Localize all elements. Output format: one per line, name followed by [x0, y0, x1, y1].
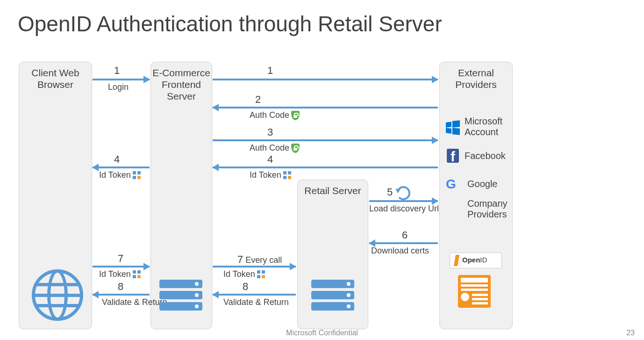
arrow-1b	[213, 79, 438, 80]
arrow-3-num: 3	[267, 126, 273, 138]
arrow-5-num: 5	[387, 186, 393, 198]
arrow-5	[369, 200, 438, 202]
slide: OpenID Authentication through Retail Ser…	[0, 0, 644, 340]
arrow-1a	[93, 79, 150, 80]
facebook-icon: f	[447, 149, 459, 163]
openid-icon: OpenID	[450, 253, 502, 268]
arrow-4a-num: 4	[114, 153, 120, 166]
arrow-7b-num: 7 Every call	[237, 253, 282, 266]
arrow-6-label: Download certs	[371, 246, 429, 256]
shield-icon	[291, 111, 300, 120]
arrow-4b	[213, 166, 438, 168]
box-ecommerce-label: E-Commerce Frontend Server	[151, 67, 212, 102]
footer-page-number: 23	[626, 329, 635, 337]
globe-icon	[32, 269, 83, 321]
arrow-4a	[93, 166, 150, 168]
footer-center: Microsoft Confidential	[0, 329, 644, 337]
arrow-4a-label: Id Token	[99, 170, 141, 180]
arrow-3	[213, 139, 438, 141]
server-stack-icon	[311, 280, 354, 313]
tiles-icon	[133, 270, 141, 279]
provider-ms: Microsoft Account	[465, 116, 511, 137]
provider-gg: Google	[467, 179, 498, 189]
identity-card-icon	[458, 275, 491, 308]
arrow-8a-label: Validate & Return	[102, 297, 153, 307]
arrow-4b-label: Id Token	[250, 170, 292, 180]
arrow-7a-label: Id Token	[99, 269, 141, 279]
arrow-7b-label: Id Token	[223, 269, 265, 279]
arrow-7a-num: 7	[118, 253, 123, 265]
box-client-label: Client Web Browser	[19, 67, 92, 90]
arrow-8b	[213, 294, 296, 296]
google-icon: G	[446, 178, 459, 191]
arrow-7a	[93, 266, 150, 268]
refresh-icon	[396, 186, 410, 200]
arrow-1a-label: Login	[108, 82, 129, 92]
provider-fb: Facebook	[465, 151, 506, 161]
arrow-2-label: Auth Code	[250, 110, 300, 120]
box-external-label: External Providers	[440, 67, 512, 90]
arrow-5-label: Load discovery Url	[369, 204, 439, 214]
arrow-4b-num: 4	[267, 153, 273, 166]
tiles-icon	[133, 171, 141, 180]
server-stack-icon	[159, 280, 202, 313]
box-retail-label: Retail Server	[298, 185, 368, 196]
arrow-6-num: 6	[402, 229, 408, 241]
tiles-icon	[257, 270, 265, 279]
arrow-1b-num: 1	[267, 65, 273, 77]
arrow-7b	[213, 266, 296, 268]
provider-comp: Company Providers	[467, 198, 514, 220]
arrow-8b-label: Validate & Return	[223, 297, 279, 307]
slide-title: OpenID Authentication through Retail Ser…	[18, 11, 442, 36]
arrow-8b-num: 8	[243, 281, 248, 293]
arrow-3-label: Auth Code	[250, 143, 300, 153]
arrow-2	[213, 107, 438, 109]
shield-icon	[291, 144, 300, 153]
tiles-icon	[283, 171, 292, 180]
arrow-1a-num: 1	[114, 65, 120, 77]
arrow-8a-num: 8	[118, 281, 123, 293]
microsoft-icon	[446, 121, 460, 135]
arrow-2-num: 2	[255, 94, 261, 106]
arrow-6	[369, 242, 438, 244]
arrow-8a	[93, 294, 150, 296]
